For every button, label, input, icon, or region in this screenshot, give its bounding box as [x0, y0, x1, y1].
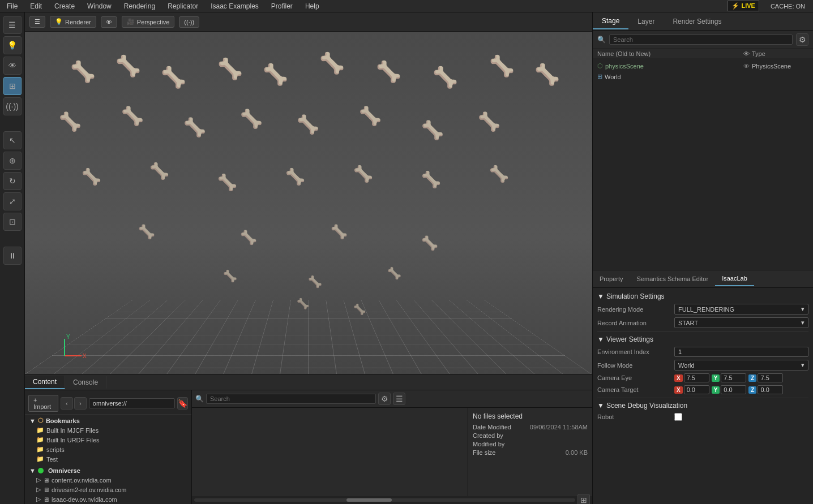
tab-stage[interactable]: Stage: [593, 14, 628, 29]
scripts-item[interactable]: 📁 scripts: [25, 445, 191, 454]
robot-checkbox[interactable]: [674, 413, 682, 421]
menu-help[interactable]: Help: [303, 1, 322, 11]
menu-profiler[interactable]: Profiler: [269, 1, 295, 11]
viewer-settings-header[interactable]: ▼ Viewer Settings: [597, 335, 808, 343]
tab-content[interactable]: Content: [25, 376, 65, 389]
content-ov-item[interactable]: ▷ 🖥 content.ov.nvidia.com: [25, 475, 191, 485]
camera-eye-x-input[interactable]: [684, 373, 709, 382]
folder-icon: 📁: [36, 427, 44, 434]
file-info-title: No files selected: [473, 412, 588, 420]
tab-isaaclab[interactable]: IsaacLab: [715, 272, 754, 286]
eye-btn[interactable]: 👁: [3, 57, 22, 75]
isaac-dev-ov-item[interactable]: ▷ 🖥 isaac-dev.ov.nvidia.com: [25, 494, 191, 504]
menu-file[interactable]: File: [5, 1, 20, 11]
scrollbar-thumb[interactable]: [346, 498, 392, 502]
rotate-btn[interactable]: ↻: [3, 172, 22, 190]
stage-tabs: Stage Layer Render Settings: [593, 12, 813, 31]
tab-property[interactable]: Property: [593, 272, 630, 286]
test-item[interactable]: 📁 Test: [25, 454, 191, 464]
menu-rendering[interactable]: Rendering: [122, 1, 157, 11]
folder-icon: 📁: [36, 436, 44, 443]
x-label: X: [674, 374, 683, 382]
scrollbar-track[interactable]: [194, 498, 575, 502]
created-by-row: Created by: [473, 432, 588, 439]
camera-target-row: Camera Target X Y Z: [597, 385, 808, 394]
dropdown-arrow-icon: ▾: [801, 305, 805, 313]
camera-target-y-group: Y: [712, 385, 747, 394]
camera-target-z-input[interactable]: [758, 385, 783, 394]
record-animation-dropdown[interactable]: START ▾: [674, 317, 808, 328]
file-size-label: File size: [473, 449, 495, 456]
forward-btn[interactable]: ›: [74, 397, 87, 410]
server-icon: 🖥: [43, 496, 49, 503]
perspective-btn[interactable]: ⊞: [3, 77, 22, 95]
cb-main: No files selected Date Modified 09/06/20…: [192, 408, 592, 496]
env-index-input[interactable]: [674, 347, 808, 357]
filter-btn[interactable]: ⚙: [378, 393, 391, 405]
camera-target-x-input[interactable]: [684, 385, 709, 394]
expand-icon: ▷: [36, 496, 41, 503]
stage-filter-btn[interactable]: ⚙: [796, 33, 808, 46]
omniverse-header[interactable]: ▼ Omniverse: [25, 466, 191, 475]
list-btn[interactable]: ☰: [393, 393, 405, 405]
snap-btn[interactable]: ⊡: [3, 213, 22, 231]
urdf-files-item[interactable]: 📁 Built In URDF Files: [25, 435, 191, 445]
cb-file-area[interactable]: [192, 408, 468, 496]
settings-btn[interactable]: ☰: [3, 16, 22, 34]
light-btn[interactable]: 💡: [3, 36, 22, 54]
broadcast-vp-btn[interactable]: ((·)): [179, 16, 199, 28]
camera-target-y-input[interactable]: [721, 385, 746, 394]
back-btn[interactable]: ‹: [61, 397, 73, 410]
menu-replicator[interactable]: Replicator: [165, 1, 200, 11]
grid-view-btn[interactable]: ⊞: [577, 494, 590, 504]
cb-search-input[interactable]: [206, 394, 376, 404]
camera-target-inputs: X Y Z: [674, 385, 808, 394]
menu-create[interactable]: Create: [52, 1, 77, 11]
stage-row-world[interactable]: ⊞ World: [593, 71, 813, 82]
pause-btn[interactable]: ⏸: [3, 247, 22, 265]
sim-settings-label: Simulation Settings: [606, 292, 665, 300]
collapse-viewer-icon: ▼: [597, 335, 604, 343]
scale-btn[interactable]: ⤢: [3, 192, 22, 210]
mjcf-files-item[interactable]: 📁 Built In MJCF Files: [25, 425, 191, 435]
menu-isaac-examples[interactable]: Isaac Examples: [208, 1, 261, 11]
bookmarks-header[interactable]: ▼ ⬡ Bookmarks: [25, 416, 191, 425]
sim-settings-header[interactable]: ▼ Simulation Settings: [597, 292, 808, 300]
camera-eye-z-input[interactable]: [758, 373, 783, 382]
bookmark-btn[interactable]: 🔖: [177, 397, 188, 410]
renderer-btn[interactable]: 💡 Renderer: [50, 16, 96, 28]
scene-debug-header[interactable]: ▼ Scene Debug Visualization: [597, 402, 808, 410]
perspective-vp-btn[interactable]: 🎥 Perspective: [122, 16, 174, 28]
bookmark-folder-icon: ⬡: [38, 417, 44, 424]
follow-mode-label: Follow Mode: [597, 362, 671, 369]
follow-mode-value: World: [678, 362, 695, 369]
tab-layer[interactable]: Layer: [628, 14, 664, 29]
stage-search-input[interactable]: [609, 35, 793, 45]
eye-vp-btn[interactable]: 👁: [101, 16, 117, 28]
menu-window[interactable]: Window: [85, 1, 114, 11]
move-btn[interactable]: ⊕: [3, 152, 22, 170]
menu-bar: File Edit Create Window Rendering Replic…: [0, 0, 813, 12]
import-button[interactable]: + Import: [28, 395, 58, 412]
select-btn[interactable]: ↖: [3, 131, 22, 149]
tab-console[interactable]: Console: [65, 376, 106, 389]
file-size-value: 0.00 KB: [566, 449, 588, 456]
menu-edit[interactable]: Edit: [28, 1, 44, 11]
camera-eye-y-input[interactable]: [721, 373, 746, 382]
stage-row-physics[interactable]: ⬡ physicsScene 👁 PhysicsScene: [593, 61, 813, 71]
perspective-icon: 🎥: [127, 18, 135, 25]
physics-icon: ⬡: [597, 62, 603, 70]
rendering-mode-row: Rendering Mode FULL_RENDERING ▾: [597, 304, 808, 315]
broadcast-btn[interactable]: ((·)): [3, 97, 22, 115]
date-modified-row: Date Modified 09/06/2024 11:58AM: [473, 424, 588, 430]
drivesim-ov-item[interactable]: ▷ 🖥 drivesim2-rel.ov.nvidia.com: [25, 485, 191, 494]
z-label: Z: [748, 386, 756, 394]
path-input[interactable]: [89, 398, 175, 408]
viewport[interactable]: 🦴 🦴 🦴 🦴 🦴 🦴 🦴 🦴 🦴 🦴 🦴 🦴 🦴 🦴 🦴 🦴: [25, 32, 592, 374]
tab-semantics[interactable]: Semantics Schema Editor: [630, 272, 716, 286]
date-modified-label: Date Modified: [473, 424, 511, 430]
rendering-mode-dropdown[interactable]: FULL_RENDERING ▾: [674, 304, 808, 315]
follow-mode-dropdown[interactable]: World ▾: [674, 360, 808, 371]
settings-vp-btn[interactable]: ☰: [29, 16, 45, 28]
tab-render-settings[interactable]: Render Settings: [664, 14, 730, 29]
